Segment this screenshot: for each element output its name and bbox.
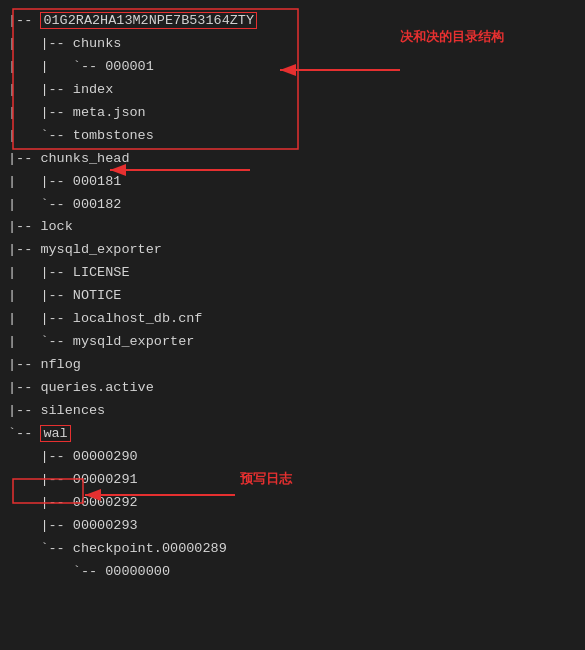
tree-line-20: |-- 00000290: [8, 446, 577, 469]
tree-line-19: `-- wal: [8, 423, 577, 446]
tree-line-23: |-- 00000293: [8, 515, 577, 538]
tree-line-4: | |-- index: [8, 79, 577, 102]
terminal: |-- 01G2RA2HA13M2NPE7B53164ZTY | |-- chu…: [0, 0, 585, 650]
tree-line-5: | |-- meta.json: [8, 102, 577, 125]
tree-line-17: |-- queries.active: [8, 377, 577, 400]
tree-line-8: | |-- 000181: [8, 171, 577, 194]
block-annotation: 决和决的目录结构: [400, 28, 504, 48]
tree-line-25: `-- 00000000: [8, 561, 577, 584]
block-id-highlight: 01G2RA2HA13M2NPE7B53164ZTY: [40, 12, 257, 29]
tree-line-12: | |-- LICENSE: [8, 262, 577, 285]
tree-line-11: |-- mysqld_exporter: [8, 239, 577, 262]
tree-line-3: | | `-- 000001: [8, 56, 577, 79]
tree-line-24: `-- checkpoint.00000289: [8, 538, 577, 561]
tree-line-22: |-- 00000292: [8, 492, 577, 515]
wal-highlight: wal: [40, 425, 70, 442]
tree-line-21: |-- 00000291: [8, 469, 577, 492]
tree-line-9: | `-- 000182: [8, 194, 577, 217]
tree-line-6: | `-- tombstones: [8, 125, 577, 148]
tree-line-14: | |-- localhost_db.cnf: [8, 308, 577, 331]
tree-line-10: |-- lock: [8, 216, 577, 239]
tree-line-7: |-- chunks_head: [8, 148, 577, 171]
tree-line-15: | `-- mysqld_exporter: [8, 331, 577, 354]
tree-line-16: |-- nflog: [8, 354, 577, 377]
tree-line-18: |-- silences: [8, 400, 577, 423]
tree-line-13: | |-- NOTICE: [8, 285, 577, 308]
wal-annotation: 预写日志: [240, 470, 292, 488]
